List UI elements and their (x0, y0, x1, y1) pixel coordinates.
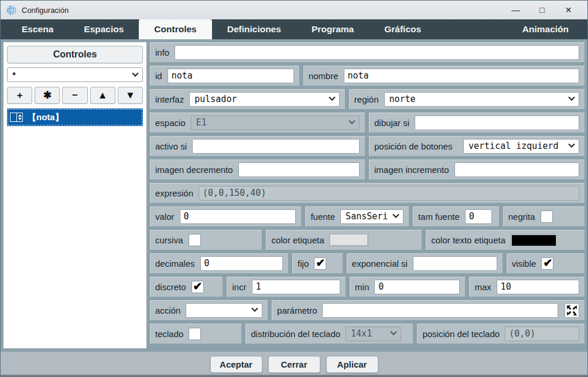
dibujar-si-input[interactable] (415, 116, 579, 130)
espacio-label: espacio (155, 118, 186, 128)
tab-animacion[interactable]: Animación (507, 19, 584, 39)
distribucion-teclado-select: 14x1 (346, 327, 401, 341)
sidebar-toolbar: + ✱ − ▲ ▼ (7, 87, 143, 104)
window-title: Configuración (22, 6, 69, 15)
chevron-down-icon (568, 94, 575, 101)
info-label: info (155, 47, 169, 57)
cerrar-button[interactable]: Cerrar (268, 356, 320, 373)
tab-controles[interactable]: Controles (139, 19, 211, 39)
color-etiqueta-swatch[interactable] (330, 234, 368, 246)
tab-definiciones[interactable]: Definiciones (212, 19, 296, 39)
teclado-checkbox[interactable]: ✔ (189, 328, 201, 340)
field-parametro: parámetro (271, 300, 585, 321)
max-input[interactable] (497, 280, 579, 294)
field-activo-si: activo si (149, 135, 365, 157)
min-input[interactable] (374, 280, 460, 294)
expand-editor-button[interactable] (565, 303, 579, 318)
activo-si-label: activo si (155, 141, 187, 151)
expand-icon (566, 304, 578, 317)
region-label: región (354, 94, 379, 104)
parametro-input[interactable] (322, 303, 558, 318)
fuente-label: fuente (310, 212, 335, 222)
discreto-checkbox[interactable]: ✔ (192, 281, 204, 293)
cursiva-checkbox[interactable]: ✔ (189, 234, 201, 246)
field-distribucion-teclado: distribución del teclado 14x1 (245, 323, 413, 344)
field-discreto: discreto ✔ (149, 276, 223, 297)
info-input[interactable] (175, 45, 579, 60)
field-decimales: decimales (149, 253, 289, 274)
field-min: min (349, 276, 466, 297)
chevron-down-icon (132, 70, 138, 76)
tab-espacios[interactable]: Espacios (69, 19, 139, 39)
aceptar-button[interactable]: Aceptar (210, 356, 262, 373)
activo-si-input[interactable] (192, 139, 360, 154)
field-region: región norte (348, 89, 585, 110)
list-item-label: 【nota】 (28, 112, 64, 123)
negrita-checkbox[interactable]: ✔ (541, 210, 553, 223)
tab-escena[interactable]: Escena (6, 19, 69, 39)
add-control-button[interactable]: + (7, 87, 32, 104)
list-item-nota[interactable]: 【nota】 (7, 108, 143, 126)
check-icon: ✔ (316, 256, 325, 270)
incr-input[interactable] (252, 280, 340, 294)
negrita-label: negrita (508, 212, 535, 222)
fuente-select[interactable]: SansSeri (340, 209, 404, 224)
nombre-input[interactable] (344, 69, 579, 83)
field-imagen-incremento: imagen incremento (368, 159, 585, 180)
minimize-icon[interactable]: — (502, 1, 529, 19)
expresion-input (199, 186, 579, 201)
field-teclado: teclado ✔ (149, 323, 242, 344)
field-exponencial-si: exponencial si (346, 253, 503, 274)
tam-fuente-input[interactable] (465, 209, 492, 224)
dialog-footer: Aceptar Cerrar Aplicar (1, 351, 587, 376)
interfaz-value: pulsador (194, 94, 326, 104)
window-bottom-edge (1, 375, 587, 376)
control-filter-select[interactable]: * (7, 67, 143, 82)
discreto-label: discreto (155, 282, 186, 292)
app-icon (6, 5, 16, 15)
maximize-icon[interactable]: □ (529, 1, 555, 19)
accion-select[interactable] (186, 303, 262, 318)
interfaz-label: interfaz (155, 94, 184, 104)
imagen-decremento-label: imagen decremento (155, 165, 233, 175)
distribucion-teclado-label: distribución del teclado (251, 329, 340, 339)
fijo-label: fijo (298, 259, 309, 269)
remove-control-button[interactable]: − (62, 87, 87, 104)
posicion-botones-select[interactable]: vertical izquierd (463, 139, 579, 154)
exponencial-si-label: exponencial si (352, 259, 408, 269)
move-down-button[interactable]: ▼ (118, 87, 143, 104)
valor-label: valor (155, 212, 175, 222)
field-espacio: espacio E1 (149, 112, 365, 133)
expresion-label: expresión (155, 188, 193, 198)
fijo-checkbox[interactable]: ✔ (314, 257, 326, 270)
field-cursiva: cursiva ✔ (149, 229, 262, 250)
exponencial-si-input[interactable] (413, 256, 497, 271)
visible-checkbox[interactable]: ✔ (541, 257, 553, 270)
nombre-label: nombre (309, 71, 339, 81)
color-texto-etiqueta-swatch[interactable] (511, 234, 556, 246)
max-label: max (474, 282, 491, 292)
field-fijo: fijo ✔ (292, 253, 343, 274)
aplicar-button[interactable]: Aplicar (326, 356, 378, 373)
chevron-down-icon (390, 329, 396, 335)
chevron-down-icon (251, 305, 258, 312)
imagen-incremento-label: imagen incremento (374, 165, 449, 175)
move-up-button[interactable]: ▲ (90, 87, 115, 104)
tam-fuente-label: tam fuente (418, 212, 460, 222)
field-visible: visible ✔ (506, 253, 585, 274)
interfaz-select[interactable]: pulsador (189, 92, 340, 107)
field-info: info (149, 42, 585, 63)
decimales-input[interactable] (200, 256, 283, 271)
duplicate-control-button[interactable]: ✱ (35, 87, 60, 104)
tab-graficos[interactable]: Gráficos (369, 19, 436, 39)
tab-programa[interactable]: Programa (296, 19, 369, 39)
imagen-incremento-input[interactable] (454, 162, 579, 177)
configuration-window: Configuración — □ ✕ Escena Espacios Cont… (0, 0, 588, 377)
imagen-decremento-input[interactable] (238, 162, 360, 177)
region-select[interactable]: norte (384, 92, 580, 107)
close-icon[interactable]: ✕ (555, 1, 582, 19)
id-input[interactable] (167, 69, 294, 83)
valor-input[interactable] (180, 209, 296, 224)
fuente-value: SansSeri (346, 211, 390, 222)
posicion-teclado-input (505, 327, 579, 341)
